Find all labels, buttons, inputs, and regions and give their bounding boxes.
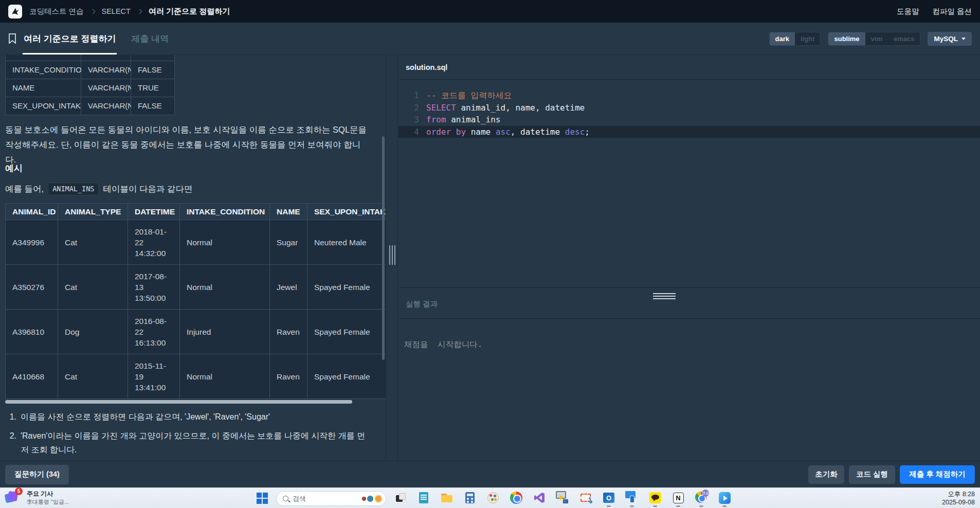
breadcrumb[interactable]: 코딩테스트 연습SELECT여러 기준으로 정렬하기	[29, 7, 230, 16]
task-view-icon[interactable]	[393, 491, 408, 505]
code-line[interactable]: 3from animal_ins	[398, 114, 980, 126]
keymap-option-emacs[interactable]: emacs	[888, 32, 920, 45]
data-table-header-cell: ANIMAL_ID	[5, 203, 58, 220]
language-select[interactable]: MySQL	[928, 32, 972, 46]
data-table-header-cell: SEX_UPON_INTAKE	[307, 203, 386, 220]
running-indicator	[722, 505, 727, 507]
keymap-option-sublime[interactable]: sublime	[828, 32, 865, 45]
data-table-cell: Spayed Female	[307, 265, 386, 310]
data-table-cell: Cat	[58, 220, 128, 265]
schema-table: DATETIMEDATETIMEFALSEINTAKE_CONDITIONVAR…	[5, 55, 175, 115]
example-intro-prefix: 예를 들어,	[5, 184, 44, 195]
table-row: A350276Cat2017-08-13 13:50:00NormalJewel…	[5, 265, 386, 310]
remote-desktop-icon[interactable]	[555, 491, 570, 505]
animal-ins-table: ANIMAL_IDANIMAL_TYPEDATETIMEINTAKE_CONDI…	[5, 203, 386, 399]
top-navigation-bar: 코딩테스트 연습SELECT여러 기준으로 정렬하기 도움말 컴파일 옵션	[0, 0, 980, 23]
run-code-button[interactable]: 코드 실행	[849, 465, 895, 484]
data-table-header-row: ANIMAL_IDANIMAL_TYPEDATETIMEINTAKE_CONDI…	[5, 203, 386, 220]
chrome-profile-icon[interactable]: 연성	[694, 491, 709, 505]
table-row: A396810Dog2016-08-22 16:13:00InjuredRave…	[5, 310, 386, 354]
reset-button[interactable]: 초기화	[808, 465, 844, 484]
paint-icon[interactable]	[486, 491, 500, 505]
editor-filename: solution.sql	[406, 63, 447, 71]
notes-list: 1.이름을 사전 순으로 정렬하면 다음과 같으며, 'Jewel', 'Rav…	[7, 410, 367, 461]
vertical-scrollbar[interactable]	[382, 136, 385, 360]
list-item-number: 1.	[7, 410, 21, 424]
notepad-icon[interactable]	[416, 491, 431, 505]
schema-table-row: SEX_UPON_INTAKEVARCHAR(N)FALSE	[5, 97, 175, 115]
start-button[interactable]	[257, 493, 269, 504]
code-line[interactable]: 4order by name asc, datetime desc;	[398, 126, 980, 138]
search-highlight-art	[362, 495, 383, 503]
breadcrumb-item[interactable]: 여러 기준으로 정렬하기	[149, 7, 230, 16]
submit-button[interactable]: 제출 후 채점하기	[900, 465, 975, 484]
data-table-cell: A350276	[5, 265, 58, 310]
schema-table-cell: VARCHAR(N)	[81, 61, 131, 79]
snipping-tool-icon[interactable]	[578, 491, 593, 505]
devices-icon[interactable]	[625, 491, 639, 505]
code-token-plain	[451, 127, 456, 137]
schema-table-row: INTAKE_CONDITIONVARCHAR(N)FALSE	[5, 61, 175, 79]
data-table-cell: Spayed Female	[307, 310, 386, 354]
movies-tv-icon[interactable]	[717, 491, 732, 505]
code-editor[interactable]: 1-- 코드를 입력하세요2SELECT animal_id, name, da…	[398, 80, 980, 287]
notification-badge: 5	[15, 487, 23, 495]
visual-studio-icon[interactable]	[532, 491, 547, 505]
notion-icon[interactable]: N	[671, 491, 685, 505]
list-item-text: 'Raven'이라는 이름을 가진 개와 고양이가 있으므로, 이 중에서는 보…	[21, 429, 367, 457]
bookmark-icon[interactable]	[8, 33, 16, 44]
code-line[interactable]: 1-- 코드를 입력하세요	[398, 89, 980, 102]
code-token-plain: animal_ins	[446, 115, 501, 124]
ask-question-button[interactable]: 질문하기 (34)	[5, 465, 69, 484]
theme-option-dark[interactable]: dark	[770, 32, 795, 45]
result-output: 채점을 시작합니다.	[398, 319, 980, 460]
chrome-icon[interactable]	[509, 491, 523, 505]
code-token-modifier: asc	[496, 127, 511, 137]
running-indicator	[630, 505, 634, 507]
data-table-cell: Neutered Male	[307, 220, 386, 265]
keymap-toggle: sublimevimemacs	[828, 32, 920, 46]
kakaotalk-icon[interactable]	[648, 491, 662, 505]
help-link[interactable]: 도움말	[897, 7, 919, 16]
breadcrumb-separator-icon	[90, 9, 95, 14]
vertical-resize-grip[interactable]	[389, 245, 395, 265]
data-table-header-cell: ANIMAL_TYPE	[58, 203, 128, 220]
breadcrumb-item[interactable]: SELECT	[102, 7, 131, 15]
result-section-title: 실행 결과	[406, 299, 438, 309]
code-token-keyword: from	[426, 115, 446, 124]
data-table-cell: Normal	[180, 220, 270, 265]
data-table-header-cell: NAME	[270, 203, 307, 220]
list-item: 2.'Raven'이라는 이름을 가진 개와 고양이가 있으므로, 이 중에서는…	[7, 429, 367, 457]
data-table-cell: Cat	[58, 354, 128, 399]
code-token-keyword: SELECT	[426, 103, 456, 113]
file-explorer-icon[interactable]	[440, 491, 454, 505]
taskbar-clock[interactable]: 오후 8:28 2025-09-08	[942, 490, 975, 506]
data-table-cell: Dog	[58, 310, 128, 354]
data-table-cell: 2017-08-13 13:50:00	[128, 265, 180, 310]
news-widget[interactable]: 5 주요 기사 李대통령 "임금...	[4, 489, 69, 506]
compile-options-link[interactable]: 컴파일 옵션	[932, 7, 972, 16]
programmers-logo[interactable]	[8, 5, 22, 19]
horizontal-resize-grip[interactable]	[653, 293, 676, 301]
tab-bar: 여러 기준으로 정렬하기 제출 내역 darklight sublimevime…	[0, 23, 980, 55]
tab-submissions[interactable]: 제출 내역	[130, 23, 170, 55]
list-item-number: 2.	[7, 429, 21, 457]
schema-table-cell: FALSE	[131, 55, 175, 61]
horizontal-scrollbar[interactable]	[5, 400, 352, 404]
tab-problem[interactable]: 여러 기준으로 정렬하기	[23, 23, 117, 55]
panel-resize-gutter[interactable]	[386, 55, 398, 461]
theme-option-light[interactable]: light	[795, 32, 820, 45]
line-number: 2	[398, 102, 419, 114]
schema-table-cell: DATETIME	[5, 55, 81, 61]
code-line[interactable]: 2SELECT animal_id, name, datetime	[398, 102, 980, 114]
schema-table-row: NAMEVARCHAR(N)TRUE	[5, 79, 175, 97]
outlook-icon[interactable]: O	[602, 491, 616, 505]
search-input[interactable]: 검색	[276, 491, 386, 506]
data-table-cell: 2016-08-22 16:13:00	[128, 310, 180, 354]
data-table-cell: Injured	[180, 310, 270, 354]
example-intro-suffix: 테이블이 다음과 같다면	[103, 184, 192, 195]
calculator-icon[interactable]	[463, 491, 477, 505]
schema-table-row: DATETIMEDATETIMEFALSE	[5, 55, 175, 61]
keymap-option-vim[interactable]: vim	[865, 32, 888, 45]
breadcrumb-item[interactable]: 코딩테스트 연습	[29, 7, 84, 16]
